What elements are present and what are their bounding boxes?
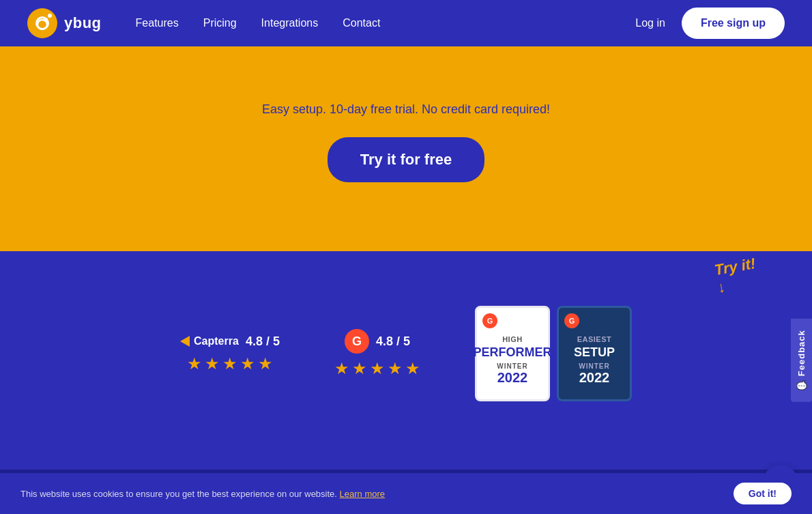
- star-2: ★: [205, 354, 220, 373]
- badge-g2-logo-2: G: [564, 313, 579, 328]
- badge-g2-logo-1: G: [482, 313, 497, 328]
- badge-high-main: Performer: [473, 346, 551, 360]
- g2-star-4: ★: [388, 359, 403, 378]
- try-it-decoration: Try it! ↓: [713, 255, 760, 297]
- badges: G High Performer WINTER 2022 G Easiest S…: [475, 306, 632, 401]
- nav-contact[interactable]: Contact: [343, 17, 380, 29]
- try-cta-button[interactable]: Try it for free: [328, 137, 484, 182]
- feedback-tab[interactable]: 💬 Feedback: [791, 319, 812, 402]
- navbar: ybug Features Pricing Integrations Conta…: [0, 0, 812, 46]
- g2-star-2: ★: [352, 359, 367, 378]
- logo[interactable]: ybug: [27, 8, 102, 38]
- capterra-source: Capterra 4.8 / 5: [180, 334, 280, 349]
- nav-features[interactable]: Features: [136, 17, 179, 29]
- nav-integrations[interactable]: Integrations: [261, 17, 319, 29]
- capterra-arrow-icon: [180, 336, 190, 347]
- capterra-name: Capterra: [194, 335, 239, 347]
- badge-easiest-main: Setup: [574, 346, 615, 360]
- g2-score: 4.8 / 5: [376, 334, 410, 349]
- cookie-learn-more[interactable]: Learn more: [340, 489, 385, 499]
- cookie-text: This website uses cookies to ensure you …: [20, 489, 385, 499]
- navbar-right: Log in Free sign up: [635, 8, 785, 39]
- g2-source: G 4.8 / 5: [345, 329, 410, 354]
- feedback-label: 💬 Feedback: [796, 330, 807, 391]
- capterra-logo: Capterra: [180, 335, 239, 347]
- badge-easiest-year: 2022: [579, 370, 610, 386]
- hero-subtitle: Easy setup. 10-day free trial. No credit…: [262, 102, 550, 117]
- capterra-score: 4.8 / 5: [246, 334, 280, 349]
- g2-stars: ★ ★ ★ ★ ★: [334, 359, 420, 378]
- badge-easiest-title: Easiest: [577, 335, 612, 343]
- badge-easiest-season: WINTER: [579, 362, 609, 370]
- hero-section: Easy setup. 10-day free trial. No credit…: [0, 46, 812, 251]
- svg-point-0: [38, 20, 47, 29]
- navbar-left: ybug Features Pricing Integrations Conta…: [27, 8, 380, 38]
- star-3: ★: [222, 354, 237, 373]
- capterra-stars: ★ ★ ★ ★ ★: [187, 354, 273, 373]
- free-signup-button[interactable]: Free sign up: [682, 8, 785, 39]
- g2-star-5: ★: [405, 359, 420, 378]
- awards-section: Try it! ↓ Capterra 4.8 / 5 ★ ★ ★ ★ ★ G 4…: [0, 251, 812, 470]
- g2-star-1: ★: [334, 359, 349, 378]
- nav-links: Features Pricing Integrations Contact: [136, 17, 381, 29]
- logo-icon: [27, 8, 57, 38]
- nav-pricing[interactable]: Pricing: [203, 17, 237, 29]
- badge-high-title: High: [502, 335, 523, 343]
- svg-point-1: [44, 18, 48, 22]
- g2-rating: G 4.8 / 5 ★ ★ ★ ★ ★: [334, 329, 420, 378]
- g2-star-3: ★: [370, 359, 385, 378]
- capterra-rating: Capterra 4.8 / 5 ★ ★ ★ ★ ★: [180, 334, 280, 373]
- login-button[interactable]: Log in: [635, 17, 665, 29]
- high-performer-badge: G High Performer WINTER 2022: [475, 306, 550, 401]
- cookie-banner: This website uses cookies to ensure you …: [0, 473, 812, 514]
- badge-high-season: WINTER: [497, 362, 527, 370]
- star-5: ★: [258, 354, 273, 373]
- g2-logo: G: [345, 329, 369, 354]
- got-it-button[interactable]: Got it!: [734, 483, 792, 504]
- easiest-setup-badge: G Easiest Setup WINTER 2022: [557, 306, 632, 401]
- logo-text: ybug: [64, 14, 102, 32]
- star-4: ★: [240, 354, 255, 373]
- star-1: ★: [187, 354, 202, 373]
- badge-high-year: 2022: [497, 370, 528, 386]
